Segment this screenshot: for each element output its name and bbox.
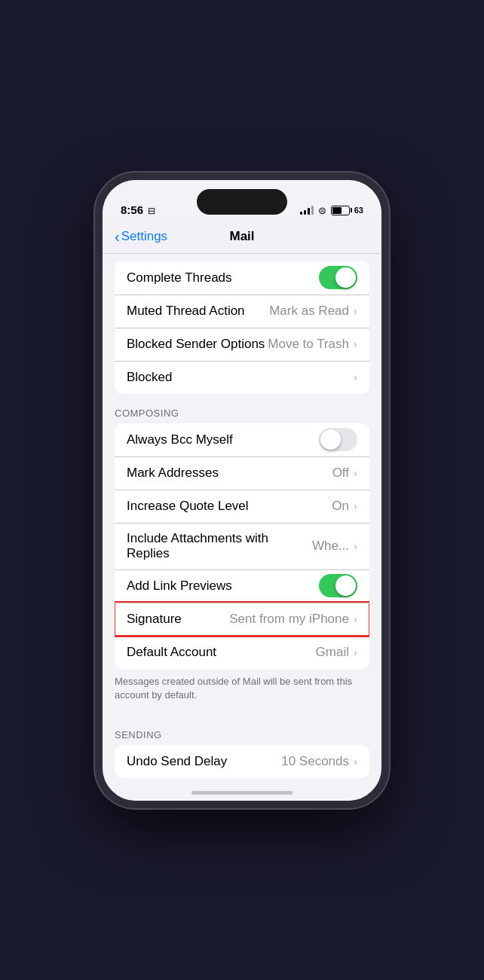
default-account-row[interactable]: Default Account Gmail › (115, 636, 369, 669)
keyboard-icon: ⊟ (148, 206, 155, 216)
blocked-sender-options-row[interactable]: Blocked Sender Options Move to Trash › (115, 328, 369, 361)
include-attachments-label: Include Attachments with Replies (127, 523, 312, 569)
signal-bar-1 (300, 212, 302, 215)
battery-percent: 63 (354, 206, 363, 215)
signal-bar-3 (308, 208, 310, 215)
composing-section-footer: Messages created outside of Mail will be… (103, 669, 381, 716)
always-bcc-myself-row[interactable]: Always Bcc Myself (115, 423, 369, 456)
include-attachments-chevron: › (354, 539, 357, 552)
always-bcc-myself-thumb (320, 429, 341, 450)
include-attachments-row[interactable]: Include Attachments with Replies Whe... … (115, 523, 369, 569)
signal-icon (300, 206, 314, 215)
sending-card: Undo Send Delay 10 Seconds › (115, 745, 369, 778)
blocked-sender-options-chevron: › (354, 337, 357, 350)
signature-chevron: › (354, 612, 357, 625)
always-bcc-myself-label: Always Bcc Myself (127, 424, 319, 456)
scroll-content[interactable]: Complete Threads Muted Thread Action Mar… (103, 254, 381, 801)
mark-addresses-chevron: › (354, 466, 357, 479)
battery-icon (331, 206, 350, 215)
mark-addresses-value: Off (332, 466, 349, 481)
complete-threads-row[interactable]: Complete Threads (115, 261, 369, 295)
complete-threads-thumb (335, 267, 356, 288)
add-link-previews-toggle[interactable] (319, 574, 357, 597)
page-title: Mail (175, 229, 309, 244)
mark-addresses-label: Mark Addresses (127, 457, 332, 489)
sending-section-header: SENDING (103, 716, 381, 745)
add-link-previews-label: Add Link Previews (127, 570, 319, 602)
always-bcc-myself-toggle[interactable] (319, 428, 357, 451)
muted-thread-action-value: Mark as Read (269, 304, 349, 319)
volume-down-button (95, 350, 96, 398)
add-link-previews-row[interactable]: Add Link Previews (115, 569, 369, 603)
default-account-label: Default Account (127, 637, 316, 668)
undo-send-delay-value: 10 Seconds (281, 754, 349, 769)
blocked-row[interactable]: Blocked › (115, 361, 369, 394)
muted-thread-action-chevron: › (354, 304, 357, 317)
phone-frame: 8:56 ⊟ ⊜ 63 ‹ Settings (95, 172, 389, 808)
blocked-chevron: › (354, 371, 357, 383)
undo-send-delay-chevron: › (354, 755, 357, 768)
dynamic-island (197, 189, 287, 215)
top-spacer (103, 254, 381, 261)
increase-quote-level-label: Increase Quote Level (127, 490, 332, 522)
status-time: 8:56 (121, 203, 143, 216)
blocked-label: Blocked (127, 362, 354, 393)
battery-fill (332, 207, 342, 214)
volume-up-button (95, 293, 96, 341)
signature-row[interactable]: Signature Sent from my iPhone › (115, 603, 369, 636)
complete-threads-toggle[interactable] (319, 266, 357, 289)
blocked-sender-options-label: Blocked Sender Options (127, 328, 268, 360)
back-label: Settings (121, 229, 167, 244)
muted-thread-action-row[interactable]: Muted Thread Action Mark as Read › (115, 295, 369, 328)
signal-bar-2 (304, 210, 306, 215)
increase-quote-level-value: On (332, 499, 349, 514)
include-attachments-value: Whe... (312, 539, 349, 554)
bottom-spacer (103, 778, 381, 801)
signature-label: Signature (127, 603, 229, 635)
back-button[interactable]: ‹ Settings (115, 228, 175, 246)
threading-group: Complete Threads Muted Thread Action Mar… (103, 261, 381, 394)
complete-threads-label: Complete Threads (127, 262, 319, 294)
composing-card: Always Bcc Myself Mark Addresses Off › I… (115, 423, 369, 669)
navigation-bar: ‹ Settings Mail (103, 221, 381, 254)
composing-group: COMPOSING Always Bcc Myself Mark Address… (103, 394, 381, 716)
signature-value: Sent from my iPhone (229, 612, 349, 627)
threading-card: Complete Threads Muted Thread Action Mar… (115, 261, 369, 394)
muted-thread-action-label: Muted Thread Action (127, 295, 269, 327)
undo-send-delay-label: Undo Send Delay (127, 746, 281, 777)
signal-bar-4 (311, 206, 314, 215)
add-link-previews-thumb (335, 575, 356, 596)
home-indicator (191, 791, 293, 795)
power-button (388, 301, 389, 361)
default-account-chevron: › (354, 646, 357, 658)
sending-group: SENDING Undo Send Delay 10 Seconds › (103, 716, 381, 778)
phone-screen: 8:56 ⊟ ⊜ 63 ‹ Settings (103, 180, 381, 801)
mark-addresses-row[interactable]: Mark Addresses Off › (115, 456, 369, 490)
default-account-value: Gmail (316, 645, 349, 660)
increase-quote-level-row[interactable]: Increase Quote Level On › (115, 490, 369, 523)
status-icons: ⊜ 63 (300, 205, 363, 216)
blocked-sender-options-value: Move to Trash (268, 337, 349, 352)
back-chevron-icon: ‹ (115, 228, 120, 246)
increase-quote-level-chevron: › (354, 499, 357, 512)
silent-switch (95, 255, 96, 281)
wifi-icon: ⊜ (318, 205, 326, 216)
undo-send-delay-row[interactable]: Undo Send Delay 10 Seconds › (115, 745, 369, 778)
composing-section-header: COMPOSING (103, 394, 381, 423)
